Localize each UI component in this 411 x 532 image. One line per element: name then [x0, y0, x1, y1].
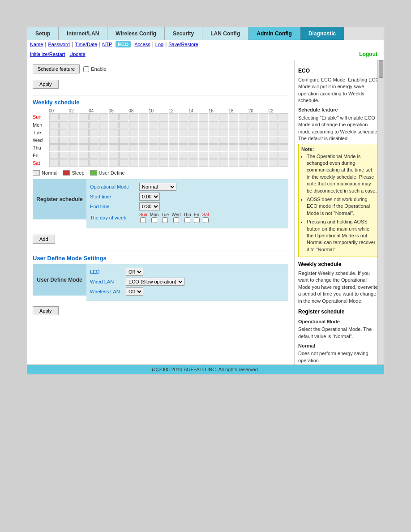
- start-time-label: Start time: [90, 194, 139, 199]
- dow-thu-checkbox[interactable]: [184, 217, 190, 223]
- wired-lan-label: Wired LAN: [90, 279, 126, 284]
- rp-op-mode-desc: Select the Operational Mode. The default…: [298, 326, 380, 340]
- dow-sat-checkbox[interactable]: [203, 217, 209, 223]
- rp-schedule-feature-desc: Selecting "Enable" will enable ECO Mode …: [298, 115, 380, 142]
- end-time-label: End time: [90, 204, 139, 209]
- wireless-lan-row: Wireless LAN Off On: [90, 287, 285, 296]
- left-content: Schedule feature Enable Apply Weekly sch…: [27, 60, 294, 365]
- dow-tue: Tue: [161, 212, 169, 223]
- dow-mon: Mon: [150, 212, 158, 223]
- dow-thu: Thu: [184, 212, 191, 223]
- dow-checkboxes: Sun Mon Tue: [139, 212, 209, 223]
- subnav-eco[interactable]: ECO: [116, 41, 131, 47]
- legend-user-define-label: User Define: [99, 170, 125, 176]
- subnav-update[interactable]: Update: [69, 51, 85, 57]
- apply-button-1[interactable]: Apply: [33, 80, 59, 89]
- legend-user-define-box: [90, 170, 97, 176]
- scroll-thumb[interactable]: [379, 60, 383, 78]
- day-row-wed: Wed: [33, 137, 288, 144]
- subnav-password[interactable]: Password: [48, 42, 69, 47]
- legend: Normal Sleep User Define: [33, 170, 288, 176]
- day-row-thu: Thu: [33, 144, 288, 151]
- led-row: LED Off On: [90, 268, 285, 276]
- subnav-time-date[interactable]: Time/Date: [75, 42, 97, 47]
- top-navigation: Setup Internet/LAN Wireless Config Secur…: [27, 27, 384, 40]
- rp-note-item-3: Pressing and holding AOSS button on the …: [307, 219, 377, 253]
- nav-setup[interactable]: Setup: [27, 27, 59, 40]
- register-schedule-outer-label: Register schedule: [33, 179, 86, 219]
- rp-note-item-2: AOSS does not work during ECO mode if th…: [307, 196, 377, 217]
- op-mode-select[interactable]: Normal Sleep User Define: [139, 183, 176, 191]
- dow-fri-checkbox[interactable]: [194, 217, 200, 223]
- wired-lan-select[interactable]: Off On ECO (Slow operation): [126, 278, 184, 286]
- dow-tue-checkbox[interactable]: [162, 217, 168, 223]
- legend-sleep-label: Sleep: [72, 170, 84, 176]
- legend-normal-label: Normal: [42, 170, 57, 176]
- end-time-row: End time 0:30: [90, 202, 285, 210]
- add-button[interactable]: Add: [33, 235, 55, 244]
- user-define-section: User Define Mode LED Off On Wired LAN: [33, 264, 288, 301]
- user-define-title: User Define Mode Settings: [33, 255, 288, 262]
- wired-lan-row: Wired LAN Off On ECO (Slow operation): [90, 278, 285, 286]
- rp-schedule-feature-title: Schedule feature: [298, 107, 380, 113]
- rp-note-title: Note:: [301, 146, 377, 153]
- enable-checkbox-row: Enable: [83, 66, 106, 72]
- end-time-select[interactable]: 0:30: [139, 202, 160, 210]
- day-row-fri: Fri: [33, 152, 288, 159]
- day-row-tue: Tue: [33, 129, 288, 136]
- legend-sleep: Sleep: [63, 170, 84, 176]
- dow-mon-checkbox[interactable]: [151, 217, 157, 223]
- schedule-feature-row: Schedule feature Enable: [33, 64, 288, 73]
- nav-diagnostic[interactable]: Diagnostic: [300, 27, 344, 40]
- day-row-sun: Sun: [33, 113, 288, 121]
- rp-op-mode-title: Operational Mode: [298, 318, 380, 325]
- dow-sun-checkbox[interactable]: [140, 217, 146, 223]
- subnav-ntp[interactable]: NTP: [102, 42, 112, 47]
- dow-wed-checkbox[interactable]: [173, 217, 179, 223]
- day-sun: Sun: [33, 114, 49, 120]
- enable-checkbox[interactable]: [83, 66, 89, 72]
- nav-internet-lan[interactable]: Internet/LAN: [59, 27, 107, 40]
- subnav-log[interactable]: Log: [155, 42, 163, 47]
- rp-eco-desc: Configure ECO Mode. Enabling ECO Mode wi…: [298, 77, 380, 104]
- rp-note-list: The Operational Mode is schanged even du…: [301, 153, 377, 253]
- legend-normal: Normal: [33, 170, 57, 176]
- rp-register-title: Register schedule: [298, 308, 380, 316]
- register-schedule-inner: Operational Mode Normal Sleep User Defin…: [86, 179, 288, 228]
- schedule-feature-button[interactable]: Schedule feature: [33, 64, 80, 73]
- led-label: LED: [90, 269, 126, 275]
- wireless-lan-select[interactable]: Off On: [126, 287, 143, 296]
- nav-security[interactable]: Security: [165, 27, 202, 40]
- subnav-initialize-restart[interactable]: Initialize/Restart: [30, 51, 65, 57]
- user-define-outer-label: User Define Mode: [33, 264, 86, 296]
- main-layout: Schedule feature Enable Apply Weekly sch…: [27, 60, 384, 365]
- dow-sun: Sun: [139, 212, 147, 223]
- dow-fri: Fri: [194, 212, 200, 223]
- day-of-week-label: The day of week: [90, 215, 139, 220]
- legend-normal-box: [33, 170, 40, 176]
- nav-wireless-config[interactable]: Wireless Config: [107, 27, 165, 40]
- nav-admin-config[interactable]: Admin Config: [248, 27, 300, 40]
- schedule-grid: 00 02 04 06 08 10 12 14 16 18 20 22: [33, 108, 288, 167]
- day-row-sat: Sat: [33, 159, 288, 167]
- subnav-save-restore[interactable]: Save/Restore: [168, 42, 198, 47]
- user-define-inner: LED Off On Wired LAN Off On ECO (Sl: [86, 264, 288, 301]
- nav-lan-config[interactable]: LAN Config: [202, 27, 248, 40]
- day-row-mon: Mon: [33, 121, 288, 129]
- sub-navigation: Name| Password| Time/Date| NTP ECO Acces…: [27, 40, 384, 49]
- scrollbar[interactable]: [377, 60, 384, 365]
- apply-button-2[interactable]: Apply: [33, 306, 59, 315]
- wireless-lan-label: Wireless LAN: [90, 289, 126, 294]
- weekly-schedule-title: Weekly schedule: [33, 99, 288, 106]
- led-select[interactable]: Off On: [126, 268, 143, 276]
- start-time-select[interactable]: 0:00: [139, 193, 160, 201]
- start-time-row: Start time 0:00: [90, 193, 285, 201]
- dow-wed: Wed: [171, 212, 180, 223]
- sub-nav-row2: Initialize/Restart Update: [30, 51, 88, 57]
- divider-1: [33, 95, 288, 95]
- op-mode-row: Operational Mode Normal Sleep User Defin…: [90, 183, 285, 191]
- enable-label: Enable: [91, 66, 106, 72]
- logout-label[interactable]: Logout: [359, 51, 377, 57]
- subnav-name[interactable]: Name: [30, 42, 43, 47]
- subnav-access[interactable]: Access: [134, 42, 150, 47]
